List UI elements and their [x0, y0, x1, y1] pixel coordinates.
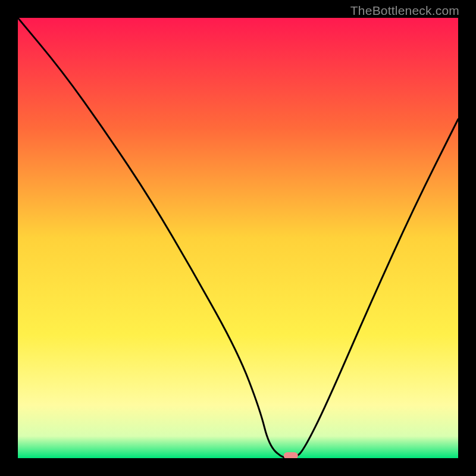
- gradient-background: [18, 18, 458, 458]
- chart-svg: [18, 18, 458, 458]
- chart-frame: TheBottleneck.com: [0, 0, 476, 476]
- plot-area: [18, 18, 458, 458]
- watermark-text: TheBottleneck.com: [350, 4, 459, 18]
- optimal-point-marker: [284, 452, 298, 458]
